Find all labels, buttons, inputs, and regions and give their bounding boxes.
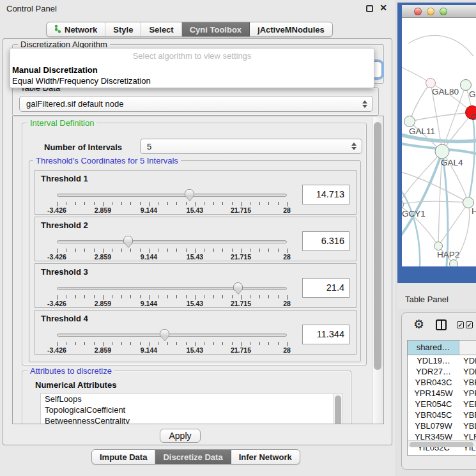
table-row[interactable]: YER054C YER0 (408, 399, 476, 410)
number-of-intervals-combobox[interactable]: 5 (140, 139, 362, 154)
threshold-value-box[interactable]: 11.344 (302, 325, 349, 344)
table-row[interactable]: YPR145W YPR1 (408, 388, 476, 399)
slider-track[interactable] (57, 194, 287, 197)
tick-label: 15.43 (187, 206, 203, 214)
tick-mark (84, 342, 85, 345)
table-row[interactable]: YDR27… YDR2 (408, 366, 476, 377)
tick-mark (130, 295, 131, 298)
threshold-slider[interactable]: -3.4262.8599.14415.4321.71528 (57, 188, 287, 213)
tab-discretize-data[interactable]: Discretize Data (155, 450, 231, 464)
tick-label: 21.715 (231, 253, 251, 261)
threshold-slider[interactable]: -3.4262.8599.14415.4321.71528 (57, 282, 287, 306)
checkbox-select-all-icon[interactable]: ✓ (457, 321, 464, 328)
tick-mark (213, 342, 214, 345)
tick-label: 21.715 (231, 300, 251, 307)
slider-track[interactable] (57, 287, 287, 290)
tick-mark (268, 295, 269, 298)
table-panel-title: Table Panel (405, 295, 449, 304)
network-node[interactable] (404, 116, 415, 127)
settings-vertical-scrollbar[interactable] (372, 117, 383, 424)
tab-network[interactable]: Network (47, 22, 105, 36)
network-node[interactable] (435, 144, 450, 159)
table-hscrollbar-thumb[interactable] (410, 442, 473, 447)
node-label: GAL11 (409, 127, 435, 136)
slider-track[interactable] (57, 240, 287, 243)
column-header-shared-name[interactable]: shared… (408, 341, 459, 355)
tick-mark (94, 249, 95, 252)
table-row[interactable]: YBR043C YBR0 (408, 377, 476, 388)
tab-label: Discretize Data (163, 452, 222, 462)
tick-mark (158, 295, 158, 298)
tick-mark (66, 295, 66, 298)
minimize-traffic-light-icon[interactable] (427, 8, 434, 15)
network-node[interactable] (434, 242, 443, 250)
tab-label: Style (113, 25, 133, 35)
table-data-combobox-value: galFiltered.sif default node (26, 99, 123, 109)
tick-mark (84, 249, 85, 252)
close-icon[interactable]: ✕ (380, 3, 387, 13)
network-canvas[interactable]: GAL80GCGAL11GAL4GCY1HHAP2 (402, 18, 476, 266)
tab-label: Impute Data (100, 452, 147, 462)
attributes-scrollbar[interactable] (333, 394, 342, 424)
tick-mark (232, 295, 233, 298)
network-window-titlebar[interactable] (402, 5, 476, 18)
network-view-window[interactable]: GAL80GCGAL11GAL4GCY1HHAP2 (397, 3, 476, 283)
slider-handle[interactable] (160, 329, 169, 337)
checkbox-select-none-icon[interactable]: ✓ (466, 321, 473, 328)
attribute-item[interactable]: BetweennessCentrality (41, 415, 342, 424)
tick-mark (213, 295, 214, 298)
popup-option-manual-discretization[interactable]: Manual Discretization (12, 65, 98, 75)
tick-mark (241, 295, 242, 300)
numerical-attributes-list[interactable]: SelfLoopsTopologicalCoefficientBetweenne… (40, 393, 343, 424)
tab-jactivemnodules[interactable]: jActiveMNodules (250, 22, 332, 36)
tab-impute-data[interactable]: Impute Data (92, 450, 155, 464)
settings-scrollbar-thumb[interactable] (374, 122, 381, 370)
attribute-item[interactable]: TopologicalCoefficient (41, 404, 342, 415)
attribute-item[interactable]: SelfLoops (41, 394, 342, 404)
close-traffic-light-icon[interactable] (414, 8, 422, 15)
slider-handle[interactable] (233, 282, 243, 291)
threshold-label: Threshold 3 (41, 267, 88, 277)
control-panel-titlebar: Control Panel ✕ (0, 0, 395, 18)
threshold-slider[interactable]: -3.4262.8599.14415.4321.71528 (57, 235, 287, 259)
tab-style[interactable]: Style (105, 22, 141, 36)
threshold-value-box[interactable]: 14.713 (302, 185, 349, 204)
table-data-combobox[interactable]: galFiltered.sif default node (19, 96, 373, 112)
cell-name: YBL0 (459, 420, 476, 431)
column-header-name[interactable]: n (459, 341, 476, 355)
tab-cyni-toolbox[interactable]: Cyni Toolbox (182, 22, 250, 36)
slider-handle[interactable] (123, 236, 133, 244)
slider-handle[interactable] (185, 189, 194, 197)
tick-label: 2.859 (95, 253, 111, 261)
attributes-title: Attributes to discretize (27, 366, 114, 376)
gear-icon[interactable]: ⚙ (413, 318, 424, 331)
cell-name: YBR0 (459, 377, 476, 388)
tab-select[interactable]: Select (141, 22, 181, 36)
attribute-items: SelfLoopsTopologicalCoefficientBetweenne… (41, 394, 342, 424)
threshold-box: Threshold 2 -3.4262.8599.14415.4321.7152… (35, 217, 357, 261)
tick-mark (158, 202, 158, 205)
table-row[interactable]: YDL19… YDL1 (408, 355, 476, 366)
attributes-scrollbar-thumb[interactable] (335, 395, 341, 424)
zoom-traffic-light-icon[interactable] (440, 8, 447, 15)
table-row[interactable]: YBL079W YBL0 (408, 420, 476, 431)
tick-mark (186, 342, 187, 345)
numerical-attributes-label: Numerical Attributes (35, 380, 116, 390)
tick-mark (75, 342, 76, 345)
network-node[interactable] (449, 259, 458, 266)
tick-mark (94, 295, 95, 298)
float-window-icon[interactable] (366, 5, 373, 12)
slider-track[interactable] (57, 334, 287, 337)
apply-button[interactable]: Apply (160, 429, 201, 443)
popup-option-equal-width-frequency[interactable]: Equal Width/Frequency Discretization (12, 76, 151, 86)
tab-infer-network[interactable]: Infer Network (231, 450, 300, 464)
table-horizontal-scrollbar[interactable] (408, 440, 476, 447)
columns-icon[interactable] (436, 319, 447, 330)
threshold-value-box[interactable]: 6.316 (302, 231, 349, 251)
tick-mark (204, 202, 204, 205)
tick-mark (112, 202, 112, 205)
threshold-slider[interactable]: -3.4262.8599.14415.4321.71528 (57, 328, 287, 353)
table-row[interactable]: YBR045C YBR0 (408, 410, 476, 420)
threshold-value-box[interactable]: 21.4 (302, 278, 349, 298)
threshold-label: Threshold 4 (41, 314, 88, 323)
